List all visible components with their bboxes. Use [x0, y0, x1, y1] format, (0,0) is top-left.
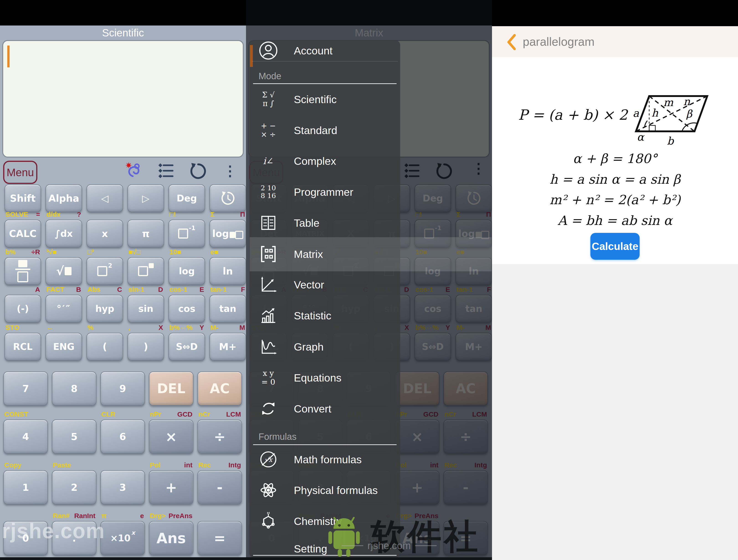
- cursor-right-key[interactable]: ▷: [127, 184, 164, 212]
- pi-key[interactable]: π: [127, 220, 164, 247]
- multiply-key[interactable]: ×: [149, 420, 194, 454]
- exp10-key[interactable]: ×10x: [100, 521, 145, 555]
- key-shift-labels: b%÷R: [5, 247, 40, 256]
- key-shift-labels: nCrLCM: [199, 409, 241, 418]
- 4-key[interactable]: 4: [3, 420, 48, 454]
- shift-key[interactable]: Shift: [5, 184, 41, 212]
- 7-key[interactable]: 7: [3, 372, 48, 406]
- 1-key[interactable]: 1: [3, 470, 48, 504]
- more-vert-icon[interactable]: ⋮: [226, 162, 235, 180]
- standard-icon: + − × ÷: [257, 119, 279, 142]
- page-title: parallelogram: [523, 26, 595, 57]
- handwriting-search-icon[interactable]: [124, 161, 143, 181]
- menu-item-scientific[interactable]: Σ √ π ∫ Scientific: [250, 86, 400, 113]
- undo-icon[interactable]: [189, 162, 207, 180]
- key-shift-labels: ■√□: [128, 247, 163, 256]
- scientific-calculator-panel: Scientific Menu: [0, 0, 246, 560]
- key-shift-labels: πe: [101, 511, 144, 520]
- plus-key[interactable]: +: [149, 470, 194, 504]
- menu-item-vector[interactable]: Vector: [250, 271, 400, 298]
- log-base-key[interactable]: log: [210, 220, 246, 247]
- key-shift-labels: tan-1F: [211, 284, 245, 294]
- menu-item-equations[interactable]: x y = 0 Equations: [250, 364, 400, 391]
- menu-item-physical-formulas[interactable]: Physical formulas: [250, 477, 400, 504]
- alpha-key[interactable]: Alpha: [46, 184, 82, 212]
- key-shift-labels: M-M: [211, 322, 245, 332]
- 8-key[interactable]: 8: [52, 372, 96, 406]
- menu-item-standard[interactable]: + − × ÷ Standard: [250, 116, 400, 144]
- calc-key[interactable]: CALC: [5, 220, 41, 247]
- key-shift-labels: Paste: [53, 460, 95, 469]
- 5-key[interactable]: 5: [52, 420, 96, 454]
- statistic-icon: [257, 304, 279, 327]
- menu-item-label: Account: [294, 44, 333, 57]
- var-x-key[interactable]: x: [86, 220, 123, 247]
- key-shift-labels: Drg>PreAns: [150, 511, 193, 520]
- negate-key[interactable]: (-): [5, 295, 41, 323]
- del-key[interactable]: DEL: [149, 372, 194, 406]
- cursor-left-key[interactable]: ◁: [86, 184, 123, 212]
- 6-key[interactable]: 6: [100, 420, 145, 454]
- menu-item-statistic[interactable]: Statistic: [250, 302, 400, 329]
- menu-item-table[interactable]: Table: [250, 209, 400, 236]
- label-h: h: [652, 107, 658, 119]
- menu-item-programmer[interactable]: 2 10 8 16 Programmer: [250, 178, 400, 205]
- key-shift-labels: nPrGCD: [150, 409, 193, 418]
- menu-item-account[interactable]: Account: [250, 37, 400, 64]
- square-key[interactable]: 2: [86, 257, 123, 285]
- bottom-edge: [0, 557, 492, 560]
- log-key[interactable]: log: [168, 257, 205, 285]
- cos-key[interactable]: cos: [168, 295, 205, 323]
- checklist-icon[interactable]: [158, 162, 174, 179]
- watermark-left: rjshe.com: [2, 519, 105, 543]
- equations-icon: x y = 0: [257, 366, 279, 389]
- sin-key[interactable]: sin: [127, 295, 164, 323]
- text-cursor: [7, 46, 10, 67]
- empty-area: [492, 264, 738, 560]
- hyp-key[interactable]: hyp: [86, 295, 123, 323]
- menu-item-math-formulas[interactable]: √x Math formulas: [250, 446, 400, 473]
- key-shift-labels: Copy: [4, 460, 47, 469]
- fraction-key[interactable]: [5, 257, 41, 285]
- calc-display[interactable]: [2, 40, 244, 157]
- menu-item-label: Graph: [294, 341, 324, 353]
- menu-item-complex[interactable]: i∠ Complex: [250, 147, 400, 174]
- calculate-button[interactable]: Calculate: [591, 233, 640, 260]
- square-root-key[interactable]: √: [46, 257, 82, 285]
- menu-item-label: Programmer: [294, 186, 353, 198]
- dms-key[interactable]: °′″: [46, 295, 82, 323]
- chemistry-icon: H: [257, 510, 279, 532]
- 9-key[interactable]: 9: [100, 372, 145, 406]
- equals-key[interactable]: =: [198, 521, 242, 555]
- ans-key[interactable]: Ans: [149, 521, 194, 555]
- paren-open-key[interactable]: (: [86, 333, 123, 361]
- 3-key[interactable]: 3: [100, 470, 145, 504]
- formulas-underline: [253, 444, 397, 445]
- sd-convert-key[interactable]: S⇔D: [168, 333, 205, 361]
- status-bar: [492, 0, 738, 26]
- eng-key[interactable]: ENG: [46, 333, 82, 361]
- divide-key[interactable]: ÷: [198, 420, 242, 454]
- ln-key[interactable]: ln: [210, 257, 246, 285]
- menu-item-graph[interactable]: Graph: [250, 333, 400, 360]
- menu-button[interactable]: Menu: [3, 161, 37, 184]
- tan-key[interactable]: tan: [210, 295, 246, 323]
- reciprocal-key[interactable]: -1: [168, 220, 205, 247]
- android-robot-watermark: [321, 513, 367, 559]
- power-key[interactable]: [127, 257, 164, 285]
- deg-key[interactable]: Deg: [168, 184, 205, 212]
- label-n: n: [683, 95, 690, 108]
- history-key[interactable]: [210, 184, 246, 212]
- ac-key[interactable]: AC: [198, 372, 242, 406]
- key-shift-labels: ³√■: [46, 247, 81, 256]
- m-plus-key[interactable]: M+: [210, 333, 246, 361]
- dx-key[interactable]: ∫dx: [46, 220, 82, 247]
- 2-key[interactable]: 2: [52, 470, 96, 504]
- rcl-key[interactable]: RCL: [5, 333, 41, 361]
- back-icon[interactable]: [504, 33, 518, 51]
- minus-key[interactable]: -: [198, 470, 242, 504]
- paren-close-key[interactable]: ): [127, 333, 164, 361]
- key-shift-labels: cos-1E: [169, 284, 204, 294]
- menu-item-convert[interactable]: Convert: [250, 395, 400, 422]
- account-icon: [257, 39, 279, 62]
